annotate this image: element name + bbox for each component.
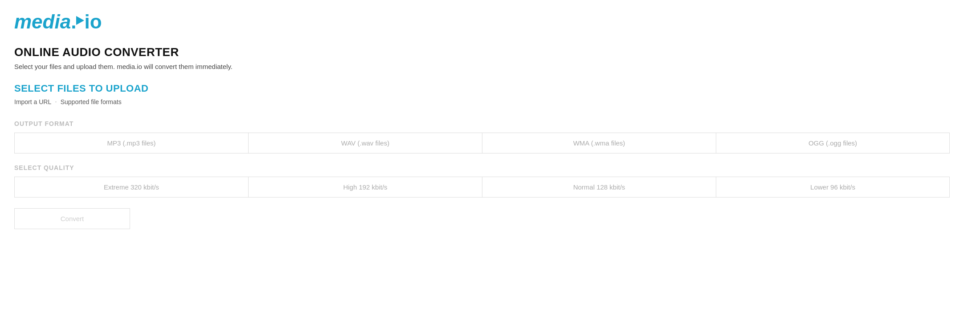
select-quality-section: SELECT QUALITY Extreme 320 kbit/s High 1… (14, 164, 966, 198)
format-wav-button[interactable]: WAV (.wav files) (248, 133, 482, 153)
quality-normal-button[interactable]: Normal 128 kbit/s (482, 177, 716, 198)
format-ogg-button[interactable]: OGG (.ogg files) (716, 133, 950, 153)
upload-secondary-actions: Import a URL · Supported file formats (14, 98, 966, 106)
logo-io: io (84, 11, 102, 33)
convert-button[interactable]: Convert (14, 208, 130, 229)
select-quality-label: SELECT QUALITY (14, 164, 966, 171)
logo-container: media . io (14, 11, 966, 33)
quality-extreme-button[interactable]: Extreme 320 kbit/s (14, 177, 248, 198)
convert-section: Convert (14, 208, 966, 229)
import-url-link[interactable]: Import a URL (14, 98, 51, 105)
quality-high-button[interactable]: High 192 kbit/s (248, 177, 482, 198)
supported-formats-link[interactable]: Supported file formats (61, 98, 122, 105)
format-wma-button[interactable]: WMA (.wma files) (482, 133, 716, 153)
output-format-label: OUTPUT FORMAT (14, 120, 966, 127)
logo-play-icon (76, 16, 84, 28)
separator: · (55, 98, 57, 106)
select-files-button[interactable]: SELECT FILES TO UPLOAD (14, 83, 149, 94)
output-format-section: OUTPUT FORMAT MP3 (.mp3 files) WAV (.wav… (14, 120, 966, 153)
format-options-row: MP3 (.mp3 files) WAV (.wav files) WMA (.… (14, 133, 950, 153)
format-mp3-button[interactable]: MP3 (.mp3 files) (14, 133, 248, 153)
svg-marker-0 (76, 16, 84, 25)
quality-lower-button[interactable]: Lower 96 kbit/s (716, 177, 950, 198)
page-title: ONLINE AUDIO CONVERTER (14, 45, 966, 59)
page-subtitle: Select your files and upload them. media… (14, 63, 966, 70)
logo-text: media (14, 11, 71, 33)
logo-dot: . (71, 11, 76, 33)
quality-options-row: Extreme 320 kbit/s High 192 kbit/s Norma… (14, 177, 950, 198)
